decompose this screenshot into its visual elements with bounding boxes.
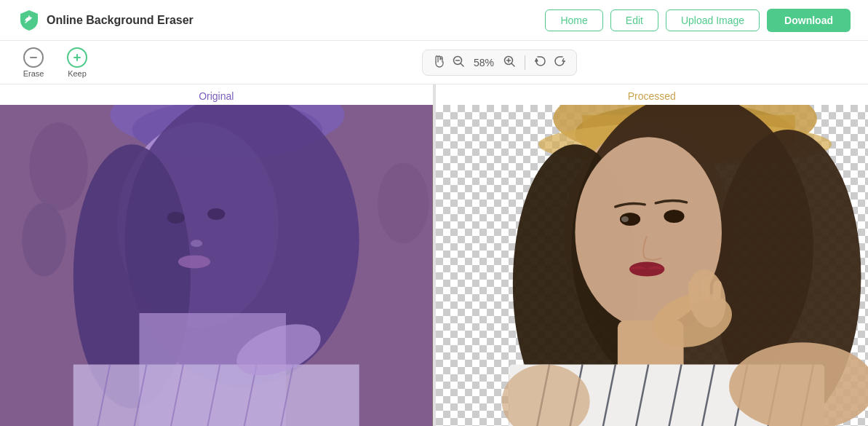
svg-point-46 [621, 216, 628, 222]
download-button[interactable]: Download [767, 9, 851, 32]
logo-icon [17, 9, 41, 32]
original-image [0, 105, 433, 426]
erase-label: Erase [23, 69, 44, 78]
home-button[interactable]: Home [545, 9, 602, 31]
zoom-percentage: 58% [471, 57, 497, 68]
redo-icon[interactable] [553, 55, 566, 71]
svg-line-5 [461, 63, 463, 66]
zoom-out-icon[interactable] [452, 55, 465, 71]
original-image-area[interactable] [0, 105, 433, 426]
processed-panel: Processed [436, 84, 869, 426]
keep-tool-button[interactable]: Keep [55, 44, 99, 82]
app-header: Online Background Eraser Home Edit Uploa… [0, 0, 868, 41]
header-nav: Home Edit Upload Image Download [545, 9, 851, 32]
upload-image-button[interactable]: Upload Image [666, 9, 760, 31]
keep-label: Keep [68, 69, 87, 78]
processed-label: Processed [436, 84, 869, 105]
original-label: Original [0, 84, 433, 105]
zoom-controls: 58% [422, 50, 577, 76]
erase-tool-button[interactable]: Erase [12, 44, 55, 82]
edit-button[interactable]: Edit [610, 9, 658, 31]
keep-icon [67, 47, 87, 68]
erase-icon [23, 47, 44, 68]
original-panel: Original [0, 84, 433, 426]
app-title: Online Background Eraser [47, 14, 194, 27]
main-content: Original [0, 84, 868, 426]
zoom-in-icon[interactable] [503, 55, 516, 71]
svg-rect-62 [701, 277, 709, 300]
svg-line-9 [511, 63, 514, 66]
processed-image [436, 105, 869, 426]
svg-point-47 [629, 261, 664, 276]
svg-rect-34 [0, 105, 433, 426]
logo-area: Online Background Eraser [17, 9, 545, 32]
toolbar-divider [525, 55, 525, 70]
svg-point-45 [664, 210, 684, 223]
undo-icon[interactable] [534, 55, 547, 71]
tool-group: Erase Keep [12, 44, 99, 82]
toolbar: Erase Keep [0, 41, 868, 84]
processed-image-area[interactable] [436, 105, 869, 426]
hand-tool-icon[interactable] [433, 55, 446, 71]
